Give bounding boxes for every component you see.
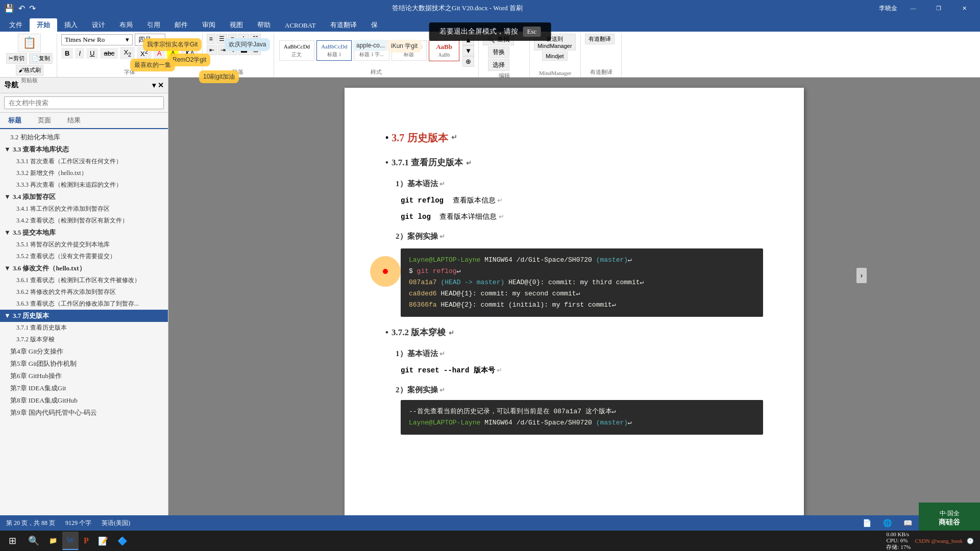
cmd-log-pilcrow: ↵ [499,213,504,220]
tab-mail[interactable]: 邮件 [167,18,195,32]
italic-button[interactable]: I [75,48,84,59]
cmd-reflog-text: git reflog [401,196,444,205]
nav-close-icon[interactable]: ✕ [158,81,164,90]
nav-tab-headings[interactable]: 标题 [0,113,30,129]
nav-item-ch4[interactable]: 第4章 Git分支操作 [0,345,168,358]
nav-item-37[interactable]: ▼ 3.7 历史版本 [0,310,168,322]
taskbar-ppt[interactable]: P [80,532,93,550]
nav-item-363[interactable]: 3.6.3 查看状态（工作区的修改添加了到暂存... [0,298,168,310]
sub-3-basic: 1）基本语法 ↵ [396,347,763,361]
view-read-icon[interactable]: 📖 [901,517,914,529]
nav-tab-results[interactable]: 结果 [59,113,89,128]
style-heading1[interactable]: AaBbCcDd标题 1 [316,40,352,61]
close-button[interactable]: ✕ [952,0,976,16]
tab-home[interactable]: 开始 [30,18,57,32]
style-more[interactable]: ⊕ [462,56,474,67]
user-avatar: 李晓金 [879,4,897,13]
nav-item-ch6[interactable]: 第6章 GitHub操作 [0,370,168,382]
format-painter-button[interactable]: 🖌格式刷 [16,65,43,76]
taskbar: ⊞ 🔍 📁 W P 📝 🔷 0.00 KB/sCPU: 6%存储: 17% CS… [0,531,980,551]
cut-button[interactable]: ✂剪切 [6,53,27,64]
nav-item-331[interactable]: 3.3.1 首次查看（工作区没有任何文件） [0,156,168,167]
nav-options-icon[interactable]: ▾ [152,81,156,90]
nav-item-351[interactable]: 3.5.1 将暂存区的文件提交到本地库 [0,239,168,251]
nav-item-372[interactable]: 3.7.2 版本穿梭 [0,334,168,345]
nav-item-34[interactable]: ▼ 3.4 添加暂存区 [0,191,168,203]
nav-item-36[interactable]: ▼ 3.6 修改文件（hello.txt） [0,262,168,274]
style-dropdown-down[interactable]: ▼ [462,45,474,56]
chat-bubble-1: 欢庆同学Java [225,38,270,51]
tab-view[interactable]: 视图 [223,18,250,32]
nav-item-332[interactable]: 3.3.2 新增文件（hello.txt） [0,167,168,179]
heading-37-number: 3.7 [391,129,404,147]
taskbar-notepad[interactable]: 📝 [94,532,112,550]
copy-button[interactable]: 📄复制 [29,53,53,64]
nav-item-352[interactable]: 3.5.2 查看状态（没有文件需要提交） [0,251,168,262]
ppt-icon: P [84,536,89,545]
nav-item-35[interactable]: ▼ 3.5 提交本地库 [0,227,168,239]
undo-icon[interactable]: ↶ [18,4,25,13]
code-block-1: Layne@LAPTOP-Layne MINGW64 /d/Git-Space/… [401,248,763,317]
font-name-selector[interactable]: Times New Ro ▾ [61,34,133,45]
tab-insert[interactable]: 插入 [57,18,85,32]
nav-item-33[interactable]: ▼ 3.3 查看本地库状态 [0,143,168,156]
minimize-button[interactable]: — [901,0,925,16]
save-icon[interactable]: 💾 [4,4,14,13]
document-area[interactable]: • 3.7 历史版本 ↵ • 3.7.1 查看历史版本 ↵ 1）基本语法 ↵ g… [168,78,980,536]
tab-acrobat[interactable]: ACROBAT [278,19,323,32]
taskbar-other[interactable]: 🔷 [113,532,132,550]
style-title[interactable]: AaBbAaBb [429,40,459,61]
strikethrough-button[interactable]: abc [100,48,118,59]
nav-item-32[interactable]: 3.2 初始化本地库 [0,131,168,143]
nav-item-341[interactable]: 3.4.1 将工作区的文件添加到暂存区 [0,203,168,215]
code-note-text: --首先查看当前的历史记录，可以看到当前是在 087a1a7 这个版本 [409,408,612,415]
nav-tab-pages[interactable]: 页面 [30,113,59,128]
nav-item-371[interactable]: 3.7.1 查看历史版本 [0,322,168,334]
select-button[interactable]: 选择 [488,59,509,71]
tab-review[interactable]: 审阅 [195,18,223,32]
file-explorer-icon: 📁 [49,537,57,545]
start-button[interactable]: ⊞ [2,532,22,550]
nav-item-342[interactable]: 3.4.2 查看状态（检测到暂存区有新文件） [0,215,168,227]
mindjet-button[interactable]: Mindjet [542,52,567,61]
chat-bubble-4: 10刷git加油 [199,70,239,83]
nav-item-361[interactable]: 3.6.1 查看状态（检测到工作区有文件被修改） [0,274,168,286]
annotation-highlight-circle [370,256,401,287]
chat-bubble-6: iKun 学git [387,40,422,53]
restore-button[interactable]: ❐ [927,0,950,16]
tab-file[interactable]: 文件 [2,18,30,32]
nav-item-ch8[interactable]: 第8章 IDEA集成GitHub [0,394,168,407]
nav-search-input[interactable] [4,96,164,109]
align-left-button[interactable]: ≡ [207,34,215,44]
view-web-icon[interactable]: 🌐 [881,517,893,529]
redo-icon[interactable]: ↷ [29,4,36,13]
tab-youdao[interactable]: 有道翻译 [323,18,364,32]
nav-item-362[interactable]: 3.6.2 将修改的文件再次添加到暂存区 [0,286,168,298]
tab-design[interactable]: 设计 [85,18,112,32]
esc-button[interactable]: Esc [523,27,541,37]
nav-item-ch7[interactable]: 第7章 IDEA集成Git [0,382,168,394]
heading-372-bullet: • [385,325,388,341]
search-button[interactable]: 🔍 [23,532,44,550]
replace-button[interactable]: 替换 [488,46,509,58]
style-normal[interactable]: AaBbCcDd正文 [279,40,314,61]
corner-widget[interactable]: 中·国全 商硅谷 [919,503,980,533]
tab-layout[interactable]: 布局 [112,18,140,32]
subscript-button[interactable]: X2 [120,47,135,59]
nav-item-ch5[interactable]: 第5章 Git团队协作机制 [0,358,168,370]
tab-save[interactable]: 保 [364,18,385,32]
youdao-inner: 有道翻译 [585,34,615,67]
tab-help[interactable]: 帮助 [250,18,278,32]
youdao-translate-button[interactable]: 有道翻译 [585,34,615,44]
taskbar-file-explorer[interactable]: 📁 [45,532,61,550]
nav-item-ch9[interactable]: 第9章 国内代码托管中心-码云 [0,407,168,419]
view-print-icon[interactable]: 📄 [861,517,873,529]
bold-button[interactable]: B [61,48,73,59]
nav-item-333[interactable]: 3.3.3 再次查看（检测到未追踪的文件） [0,179,168,191]
scroll-right-arrow[interactable]: › [856,268,867,283]
heading-372-text: 3.7.2 版本穿梭 [391,325,446,341]
paste-button[interactable]: 📋 [18,34,41,52]
tab-references[interactable]: 引用 [140,18,167,32]
taskbar-word[interactable]: W [62,532,79,550]
underline-button[interactable]: U [86,48,98,59]
